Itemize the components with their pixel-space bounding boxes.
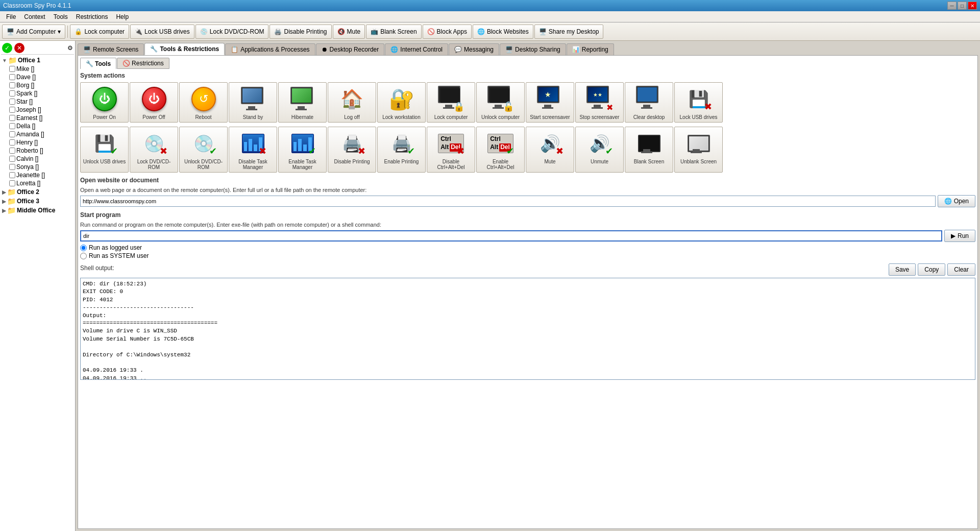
shell-output-content[interactable]: CMD: dir (18:52:23) EXIT CODE: 0 PID: 40…	[80, 278, 975, 380]
minimize-button[interactable]: ─	[947, 2, 957, 10]
action-enable-task-manager[interactable]: ✔ Enable Task Manager	[278, 127, 327, 173]
sidebar-item-henry[interactable]: Henry []	[1, 138, 74, 147]
menu-file[interactable]: File	[2, 12, 20, 21]
sidebar-group-office2[interactable]: ▶ 📁 Office 2	[1, 187, 74, 197]
action-stand-by[interactable]: Stand by	[229, 82, 277, 123]
start-program-title: Start program	[80, 211, 975, 219]
action-lock-usb-drives[interactable]: 💾 ✖ Lock USB drives	[674, 82, 723, 123]
action-stop-screensaver[interactable]: ★★ ✖ Stop screensaver	[575, 82, 624, 123]
toolbar-blank-screen[interactable]: 📺 Blank Screen	[366, 25, 421, 39]
action-lock-computer[interactable]: 🔒 Lock computer	[427, 82, 475, 123]
toolbar-lock-usb[interactable]: 🔌 Lock USB drives	[130, 25, 194, 39]
action-power-on[interactable]: ⏻ Power On	[80, 82, 129, 123]
reporting-icon: 📊	[572, 46, 580, 53]
sidebar-item-della[interactable]: Della []	[1, 122, 74, 130]
sidebar-item-loretta[interactable]: Loretta []	[1, 179, 74, 187]
radio-system-user-input[interactable]	[80, 253, 87, 259]
sidebar-item-earnest[interactable]: Earnest []	[1, 114, 74, 122]
sub-tools-label: Tools	[95, 60, 111, 67]
sidebar-settings-icon[interactable]: ⚙	[67, 44, 73, 52]
menu-restrictions[interactable]: Restrictions	[72, 12, 112, 21]
lock-workstation-label: Lock workstation	[382, 114, 420, 120]
toolbar-lock-computer[interactable]: 🔒 Lock computer	[70, 25, 129, 39]
tab-messaging[interactable]: 💬 Messaging	[449, 43, 499, 55]
menu-help[interactable]: Help	[112, 12, 133, 21]
open-button[interactable]: 🌐 Open	[938, 195, 975, 207]
toolbar-add-computer[interactable]: 🖥️ Add Computer ▾	[2, 25, 65, 39]
tab-remote-screens[interactable]: 🖥️ Remote Screens	[78, 43, 144, 55]
action-enable-ctrl-alt-del[interactable]: Ctrl AltDel ✔ Enable Ctrl+Alt+Del	[476, 127, 525, 173]
sub-tab-restrictions[interactable]: 🚫 Restrictions	[117, 58, 169, 69]
toolbar-block-apps[interactable]: 🚫 Block Apps	[423, 25, 472, 39]
action-disable-ctrl-alt-del[interactable]: Ctrl AltDel ✖ Disable Ctrl+Alt+Del	[427, 127, 475, 173]
tab-internet-control[interactable]: 🌐 Internet Control	[385, 43, 448, 55]
action-lock-dvd[interactable]: 💿 ✖ Lock DVD/CD-ROM	[130, 127, 178, 173]
tools-restrictions-icon: 🔧	[150, 45, 158, 53]
main-tabs: 🖥️ Remote Screens 🔧 Tools & Restrictions…	[76, 41, 980, 55]
action-clear-desktop[interactable]: Clear desktop	[625, 82, 673, 123]
action-enable-printing[interactable]: 🖨️ ✔ Enable Printing	[377, 127, 426, 173]
action-hibernate[interactable]: Hibernate	[278, 82, 327, 123]
toolbar-block-websites[interactable]: 🌐 Block Websites	[473, 25, 533, 39]
run-button[interactable]: ▶ Run	[944, 230, 975, 242]
tab-desktop-recorder[interactable]: ⏺ Desktop Recorder	[316, 43, 385, 55]
shell-output-title: Shell output:	[80, 264, 114, 272]
sidebar-group-office3[interactable]: ▶ 📁 Office 3	[1, 197, 74, 206]
save-shell-button[interactable]: Save	[889, 263, 916, 276]
action-unlock-dvd[interactable]: 💿 ✔ Unlock DVD/CD-ROM	[179, 127, 228, 173]
office3-label: Office 3	[17, 198, 39, 205]
sidebar-item-spark[interactable]: Spark []	[1, 89, 74, 98]
tab-apps-processes[interactable]: 📋 Applications & Processes	[225, 43, 315, 55]
sidebar-item-calvin[interactable]: Calvin []	[1, 155, 74, 163]
action-disable-task-manager[interactable]: ✖ Disable Task Manager	[229, 127, 277, 173]
sidebar-item-borg[interactable]: Borg []	[1, 81, 74, 89]
disable-ctrl-alt-del-icon: Ctrl AltDel ✖	[438, 130, 464, 157]
maximize-button[interactable]: □	[958, 2, 967, 10]
sidebar-group-middle-office[interactable]: ▶ 📁 Middle Office	[1, 206, 74, 215]
sidebar-item-sonya[interactable]: Sonya []	[1, 163, 74, 171]
sidebar-item-roberto[interactable]: Roberto []	[1, 147, 74, 155]
url-input[interactable]	[80, 196, 936, 207]
action-lock-workstation[interactable]: 🔐 Lock workstation	[377, 82, 426, 123]
sidebar-item-joseph[interactable]: Joseph []	[1, 106, 74, 114]
radio-system-user[interactable]: Run as SYSTEM user	[80, 252, 975, 259]
sidebar-item-jeanette[interactable]: Jeanette []	[1, 171, 74, 179]
action-start-screensaver[interactable]: ★ Start screensaver	[526, 82, 574, 123]
copy-shell-button[interactable]: Copy	[918, 263, 945, 276]
folder-icon-office2: 📁	[7, 188, 16, 196]
action-unblank-screen[interactable]: Unblank Screen	[674, 127, 723, 173]
action-power-off[interactable]: ⏻ Power Off	[130, 82, 178, 123]
clear-shell-button[interactable]: Clear	[947, 263, 975, 276]
action-disable-printing[interactable]: 🖨️ ✖ Disable Printing	[328, 127, 376, 173]
toolbar-lock-dvd[interactable]: 💿 Lock DVD/CD-ROM	[195, 25, 269, 39]
radio-logged-user-input[interactable]	[80, 245, 87, 251]
toolbar-mute[interactable]: 🔇 Mute	[333, 25, 365, 39]
action-unlock-computer[interactable]: 🔓 Unlock computer	[476, 82, 525, 123]
command-input[interactable]	[80, 230, 942, 242]
add-computer-label: Add Computer	[16, 28, 56, 35]
action-unlock-usb[interactable]: 💾 ✔ Unlock USB drives	[80, 127, 129, 173]
action-mute[interactable]: 🔊 ✖ Mute	[526, 127, 574, 173]
sidebar-item-star[interactable]: Star []	[1, 98, 74, 106]
action-unmute[interactable]: 🔊 ✔ Unmute	[575, 127, 624, 173]
menu-tools[interactable]: Tools	[50, 12, 72, 21]
sub-tools-icon: 🔧	[86, 60, 93, 67]
menu-context[interactable]: Context	[20, 12, 49, 21]
action-reboot[interactable]: ↺ Reboot	[179, 82, 228, 123]
tab-desktop-sharing[interactable]: 🖥️ Desktop Sharing	[500, 43, 566, 55]
tab-tools-restrictions[interactable]: 🔧 Tools & Restrictions	[144, 43, 225, 55]
tab-reporting[interactable]: 📊 Reporting	[567, 43, 614, 55]
radio-logged-user-label: Run as logged user	[89, 244, 142, 251]
toolbar-share-desktop[interactable]: 🖥️ Share my Desktop	[534, 25, 604, 39]
sub-tab-tools[interactable]: 🔧 Tools	[80, 58, 116, 69]
toolbar-disable-printing[interactable]: 🖨️ Disable Printing	[270, 25, 331, 39]
sidebar-item-mike[interactable]: Mike []	[1, 65, 74, 73]
radio-logged-user[interactable]: Run as logged user	[80, 244, 975, 251]
disable-ctrl-alt-del-label: Disable Ctrl+Alt+Del	[429, 159, 473, 170]
close-button[interactable]: ✕	[968, 2, 977, 10]
sidebar-item-dave[interactable]: Dave []	[1, 73, 74, 81]
sidebar-group-office1[interactable]: ▼ 📁 Office 1	[1, 56, 74, 65]
sidebar-item-amanda[interactable]: Amanda []	[1, 130, 74, 138]
action-blank-screen[interactable]: Blank Screen	[625, 127, 673, 173]
action-log-off[interactable]: 🏠 Log off	[328, 82, 376, 123]
